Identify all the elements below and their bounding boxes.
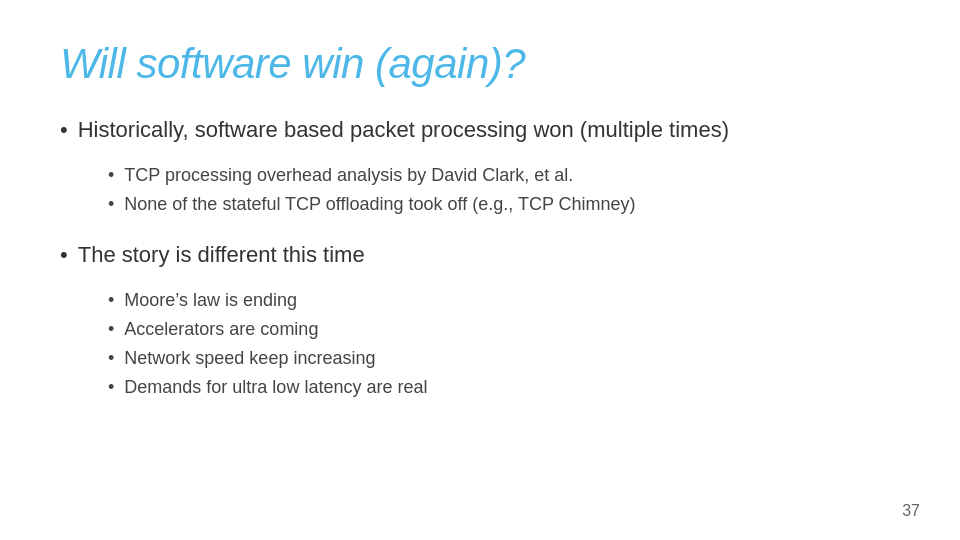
slide: Will software win (again)? • Historicall… [0, 0, 960, 540]
page-number: 37 [902, 502, 920, 520]
sub-bullet-dot-1-2: • [108, 192, 114, 217]
sub-bullet-1-1-text: TCP processing overhead analysis by Davi… [124, 163, 573, 188]
sub-bullet-2-2: • Accelerators are coming [108, 317, 900, 342]
sub-bullets-1: • TCP processing overhead analysis by Da… [108, 163, 900, 217]
main-bullet-1: • Historically, software based packet pr… [60, 116, 900, 145]
sub-bullet-1-1: • TCP processing overhead analysis by Da… [108, 163, 900, 188]
sub-bullet-2-1-text: Moore’s law is ending [124, 288, 297, 313]
main-bullet-2-text: The story is different this time [78, 241, 365, 270]
slide-content: • Historically, software based packet pr… [60, 116, 900, 500]
sub-bullet-2-1: • Moore’s law is ending [108, 288, 900, 313]
sub-bullet-1-2-text: None of the stateful TCP offloading took… [124, 192, 635, 217]
sub-bullet-dot-2-2: • [108, 317, 114, 342]
sub-bullet-2-3-text: Network speed keep increasing [124, 346, 375, 371]
sub-bullet-2-4-text: Demands for ultra low latency are real [124, 375, 427, 400]
sub-bullet-dot-2-3: • [108, 346, 114, 371]
slide-title: Will software win (again)? [60, 40, 900, 88]
sub-bullet-2-4: • Demands for ultra low latency are real [108, 375, 900, 400]
bullet-dot-1: • [60, 116, 68, 145]
sub-bullets-2: • Moore’s law is ending • Accelerators a… [108, 288, 900, 401]
sub-bullet-dot-2-4: • [108, 375, 114, 400]
sub-bullet-2-2-text: Accelerators are coming [124, 317, 318, 342]
sub-bullet-1-2: • None of the stateful TCP offloading to… [108, 192, 900, 217]
main-bullet-1-text: Historically, software based packet proc… [78, 116, 729, 145]
sub-bullet-dot-1-1: • [108, 163, 114, 188]
sub-bullet-dot-2-1: • [108, 288, 114, 313]
sub-bullet-2-3: • Network speed keep increasing [108, 346, 900, 371]
bullet-dot-2: • [60, 241, 68, 270]
main-bullet-2: • The story is different this time [60, 241, 900, 270]
